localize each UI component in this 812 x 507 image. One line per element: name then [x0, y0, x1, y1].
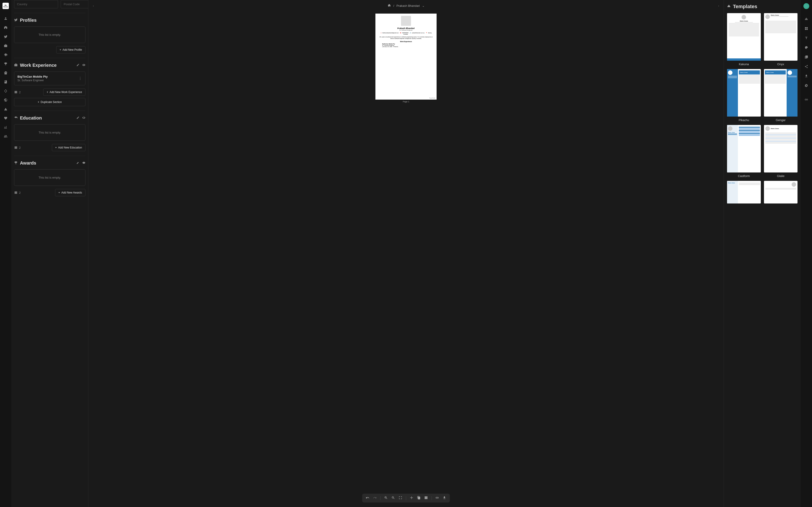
next-arrow-icon[interactable]: ›: [718, 4, 719, 7]
profiles-title: Profiles: [20, 18, 86, 23]
edit-icon[interactable]: [77, 116, 80, 120]
right-icon-rail: [801, 0, 812, 507]
resume-page: Prakash Bhandari Sr. Software Engineer ✉…: [375, 13, 437, 100]
export-rail-icon[interactable]: [802, 72, 810, 80]
template-onyx[interactable]: Alexis Jones Onyx: [764, 13, 798, 66]
breadcrumb-sep: /: [393, 4, 394, 7]
divider: [14, 111, 86, 111]
nav-profiles-icon[interactable]: [2, 33, 10, 41]
css-rail-icon[interactable]: [802, 53, 810, 61]
nav-references-icon[interactable]: [2, 132, 10, 140]
nav-publications-icon[interactable]: [2, 78, 10, 86]
canvas-viewport[interactable]: Prakash Bhandari Sr. Software Engineer ✉…: [88, 11, 724, 507]
copy-icon[interactable]: [417, 496, 421, 500]
visibility-icon[interactable]: [82, 63, 86, 67]
user-avatar[interactable]: [803, 3, 809, 9]
add-awards-label: Add New Awards: [61, 191, 82, 194]
toolbar-separator: [406, 496, 406, 500]
breadcrumb-name[interactable]: Prakash Bhandari: [397, 4, 420, 7]
nav-work-icon[interactable]: [2, 42, 10, 50]
columns-count: 2: [19, 91, 20, 94]
postal-code-input[interactable]: [61, 0, 88, 8]
zoom-out-icon[interactable]: [392, 496, 395, 500]
nav-basics-icon[interactable]: [2, 14, 10, 23]
layout-rail-icon[interactable]: [802, 24, 810, 33]
visibility-icon[interactable]: [82, 116, 86, 120]
layout-icon[interactable]: [424, 496, 428, 500]
nav-location-icon[interactable]: [2, 23, 10, 32]
awards-title: Awards: [20, 161, 74, 166]
columns-control[interactable]: 2: [14, 146, 20, 150]
template-gengar[interactable]: Alexis Jones Gengar: [764, 69, 798, 122]
add-education-button[interactable]: +Add New Education: [52, 144, 86, 151]
nav-skills-icon[interactable]: [2, 87, 10, 95]
download-icon[interactable]: [443, 496, 446, 500]
nav-languages-icon[interactable]: [2, 96, 10, 104]
templates-rail-icon[interactable]: [802, 15, 810, 23]
nav-projects-icon[interactable]: [2, 123, 10, 131]
redo-icon[interactable]: [373, 496, 377, 500]
country-input[interactable]: [14, 0, 58, 8]
center-icon[interactable]: [410, 496, 413, 500]
link-rail-icon[interactable]: [802, 96, 810, 104]
nav-volunteer-icon[interactable]: [2, 114, 10, 122]
templates-icon: [727, 4, 731, 9]
duplicate-label: Duplicate Section: [41, 101, 62, 104]
canvas-area: ‹ / Prakash Bhandari ⌄ › Prakash Bhandar…: [88, 0, 724, 507]
resume-contacts: ✉thebhandariprakash@gmail.com ☎046000000…: [378, 32, 434, 35]
logo-text-bottom: Resume: [3, 6, 8, 7]
home-icon[interactable]: [388, 4, 391, 8]
add-awards-button[interactable]: +Add New Awards: [55, 189, 86, 196]
template-name: Castform: [727, 174, 761, 178]
divider: [14, 156, 86, 156]
nav-interests-icon[interactable]: [2, 105, 10, 113]
work-item[interactable]: BigTinCan Mobile Pty Sr. Software Engine…: [14, 71, 86, 85]
divider: [14, 13, 86, 13]
template-kakuna[interactable]: Alexis Jones Kakuna: [727, 13, 761, 66]
template-glalie[interactable]: Alexis Jones Glalie: [764, 125, 798, 178]
twitter-icon: [14, 18, 18, 23]
add-work-button[interactable]: +Add New Work Experience: [43, 89, 86, 96]
resume-summary: 10+ years of professional experience in …: [378, 36, 434, 39]
edit-icon[interactable]: [77, 63, 80, 67]
template-extra[interactable]: Alexis Jones: [727, 181, 761, 204]
theme-rail-icon[interactable]: [802, 44, 810, 52]
zoom-in-icon[interactable]: [384, 496, 388, 500]
edit-icon[interactable]: [77, 161, 80, 165]
work-title: Work Experience: [20, 63, 74, 68]
app-logo[interactable]: Rx Resume: [2, 3, 9, 9]
work-item-company: BigTinCan Mobile Pty: [17, 75, 48, 78]
columns-count: 2: [19, 191, 20, 194]
page-number: Page 1: [375, 101, 437, 103]
chevron-down-icon[interactable]: ⌄: [422, 4, 424, 7]
sharing-rail-icon[interactable]: [802, 62, 810, 71]
template-extra-2[interactable]: [764, 181, 798, 204]
right-panel: Templates Alexis Jones Kakuna Alexis Jon…: [724, 0, 801, 507]
columns-control[interactable]: 2: [14, 191, 20, 194]
typography-rail-icon[interactable]: [802, 34, 810, 42]
template-name: Kakuna: [727, 62, 761, 66]
template-castform[interactable]: Alexis Jones Castform: [727, 125, 761, 178]
prev-arrow-icon[interactable]: ‹: [93, 4, 94, 7]
nav-certifications-icon[interactable]: [2, 69, 10, 77]
undo-icon[interactable]: [366, 496, 369, 500]
link-icon[interactable]: [436, 496, 439, 500]
duplicate-section-button[interactable]: +Duplicate Section: [14, 98, 86, 106]
education-empty: This list is empty.: [14, 124, 86, 141]
settings-rail-icon[interactable]: [802, 81, 810, 90]
columns-control[interactable]: 2: [14, 90, 20, 94]
nav-education-icon[interactable]: [2, 51, 10, 59]
kebab-menu-icon[interactable]: ⋮: [79, 76, 82, 80]
add-profile-label: Add New Profile: [62, 48, 82, 51]
nav-awards-icon[interactable]: [2, 60, 10, 68]
columns-count: 2: [19, 146, 20, 150]
trophy-icon: [14, 161, 18, 165]
add-education-label: Add New Education: [58, 146, 82, 149]
template-pikachu[interactable]: Alexis Jones Pikachu: [727, 69, 761, 122]
add-profile-button[interactable]: +Add New Profile: [56, 46, 86, 53]
resume-work-heading: Work Experience: [378, 41, 434, 42]
left-edit-panel: Profiles This list is empty. +Add New Pr…: [11, 0, 88, 507]
visibility-icon[interactable]: [82, 161, 86, 165]
fit-screen-icon[interactable]: [399, 496, 402, 500]
briefcase-icon: [14, 63, 18, 68]
